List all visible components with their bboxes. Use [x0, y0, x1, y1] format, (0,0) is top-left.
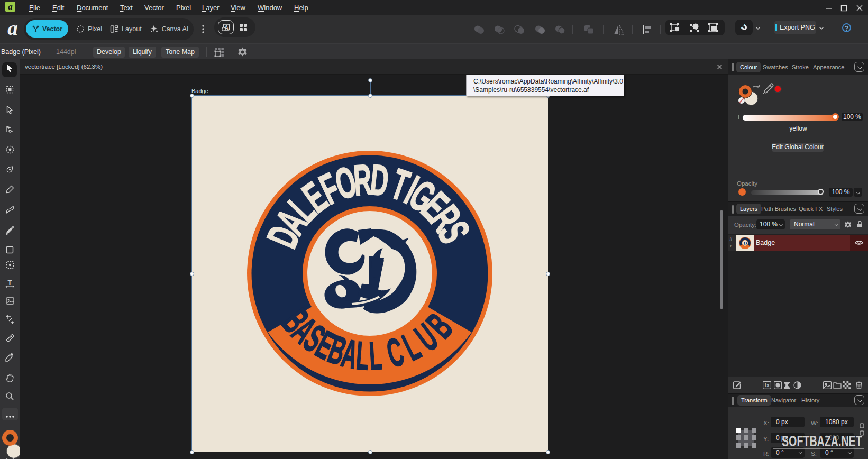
svg-text:D: D: [743, 241, 747, 246]
svg-text:a: a: [8, 2, 13, 12]
svg-text:fx: fx: [765, 382, 770, 388]
svg-text:T: T: [8, 279, 12, 287]
svg-text:a: a: [7, 21, 17, 38]
